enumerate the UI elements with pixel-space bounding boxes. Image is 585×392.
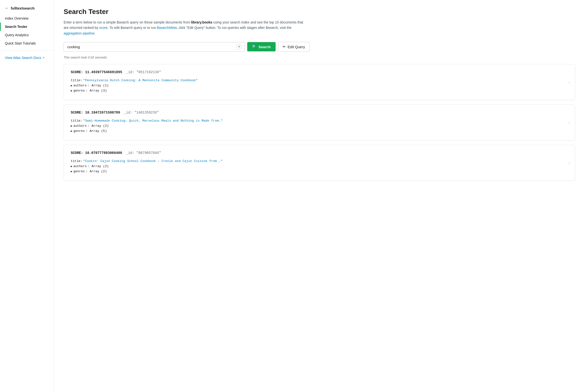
searchmeta-link[interactable]: $searchMeta xyxy=(157,26,177,30)
sidebar-divider xyxy=(0,50,54,51)
edit-icon: ✏ xyxy=(283,44,286,49)
card-field-authors[interactable]: ▶ authors : Array (1) xyxy=(71,84,568,87)
score-label: SCORE: 10.070777893066406 xyxy=(71,151,122,155)
search-button[interactable]: 🔍 Search xyxy=(247,42,276,52)
desc-text-4: , click "Edit Query" button. To run quer… xyxy=(177,26,292,30)
page-description: Enter a term below to run a simple $sear… xyxy=(64,20,308,36)
id-label: _id: "087905784X" xyxy=(126,151,161,155)
sidebar-nav: Index Overview Search Tester Query Analy… xyxy=(0,14,54,48)
card-field-title: title : "Pennsylvania Dutch Cooking: A M… xyxy=(71,78,568,82)
sidebar-back-link[interactable]: ← fulltextsearch xyxy=(0,6,54,14)
card-field-authors[interactable]: ▶ authors : Array (2) xyxy=(71,164,568,168)
card-field-genres[interactable]: ▶ genres : Array (2) xyxy=(71,170,568,173)
card-header: SCORE: 10.18472671508789 _id: "140135923… xyxy=(71,110,568,114)
search-bar-row: × 🔍 Search ✏ Edit Query xyxy=(64,42,575,52)
card-expand-chevron[interactable]: › xyxy=(568,160,570,166)
id-label: _id: "051716213X" xyxy=(126,70,161,74)
desc-text-3: . To edit $search query or to run xyxy=(108,26,157,30)
score-link[interactable]: score xyxy=(100,26,108,30)
desc-text-5: . xyxy=(94,31,96,35)
desc-db-name: library.books xyxy=(191,20,212,24)
expand-arrow-icon: ▶ xyxy=(71,89,72,92)
search-clear-button[interactable]: × xyxy=(236,44,242,50)
result-card: SCORE: 11.493977546691895 _id: "05171621… xyxy=(64,64,575,100)
search-icon: 🔍 xyxy=(252,44,257,49)
score-label: SCORE: 10.18472671508789 xyxy=(71,110,120,114)
sidebar: ← fulltextsearch Index Overview Search T… xyxy=(0,0,54,392)
card-expand-chevron[interactable]: › xyxy=(568,120,570,125)
sidebar-item-index-overview[interactable]: Index Overview xyxy=(0,14,54,22)
card-field-genres[interactable]: ▶ genres : Array (5) xyxy=(71,129,568,133)
view-atlas-search-docs-link[interactable]: View Atlas Search Docs ↗ xyxy=(0,54,54,62)
card-field-title: title : "Cookin' Cajun Cooking School Co… xyxy=(71,159,568,163)
card-expand-chevron[interactable]: › xyxy=(568,80,570,85)
search-time: This search took 0.02 seconds xyxy=(64,56,575,59)
expand-arrow-icon: ▶ xyxy=(71,170,72,173)
search-input[interactable] xyxy=(64,42,245,52)
back-arrow-icon: ← xyxy=(5,6,9,10)
card-field-title: title : "Semi-Homemade Cooking: Quick, M… xyxy=(71,119,568,122)
results-list: SCORE: 11.493977546691895 _id: "05171621… xyxy=(64,64,575,181)
main-content: Search Tester Enter a term below to run … xyxy=(54,0,585,392)
sidebar-item-search-tester[interactable]: Search Tester xyxy=(0,22,54,31)
sidebar-item-quick-start-tutorials[interactable]: Quick Start Tutorials xyxy=(0,39,54,48)
search-input-wrapper: × xyxy=(64,42,245,52)
aggregation-pipeline-link[interactable]: aggregation pipeline xyxy=(64,31,94,35)
card-field-authors[interactable]: ▶ authors : Array (2) xyxy=(71,124,568,128)
expand-arrow-icon: ▶ xyxy=(71,130,72,132)
external-link-icon: ↗ xyxy=(42,56,44,60)
expand-arrow-icon: ▶ xyxy=(71,165,72,168)
expand-arrow-icon: ▶ xyxy=(71,124,72,128)
page-title: Search Tester xyxy=(64,8,575,16)
card-header: SCORE: 11.493977546691895 _id: "05171621… xyxy=(71,70,568,74)
edit-query-button[interactable]: ✏ Edit Query xyxy=(278,42,310,52)
id-label: _id: "140135923X" xyxy=(124,110,159,114)
card-header: SCORE: 10.070777893066406 _id: "08790578… xyxy=(71,151,568,155)
result-card: SCORE: 10.18472671508789 _id: "140135923… xyxy=(64,104,575,140)
desc-text-1: Enter a term below to run a simple $sear… xyxy=(64,20,191,24)
sidebar-item-query-analytics[interactable]: Query Analytics xyxy=(0,31,54,39)
expand-arrow-icon: ▶ xyxy=(71,84,72,87)
sidebar-app-title: fulltextsearch xyxy=(11,6,35,10)
result-card: SCORE: 10.070777893066406 _id: "08790578… xyxy=(64,145,575,181)
clear-icon: × xyxy=(238,44,240,49)
score-label: SCORE: 11.493977546691895 xyxy=(71,70,122,74)
card-field-genres[interactable]: ▶ genres : Array (3) xyxy=(71,89,568,92)
